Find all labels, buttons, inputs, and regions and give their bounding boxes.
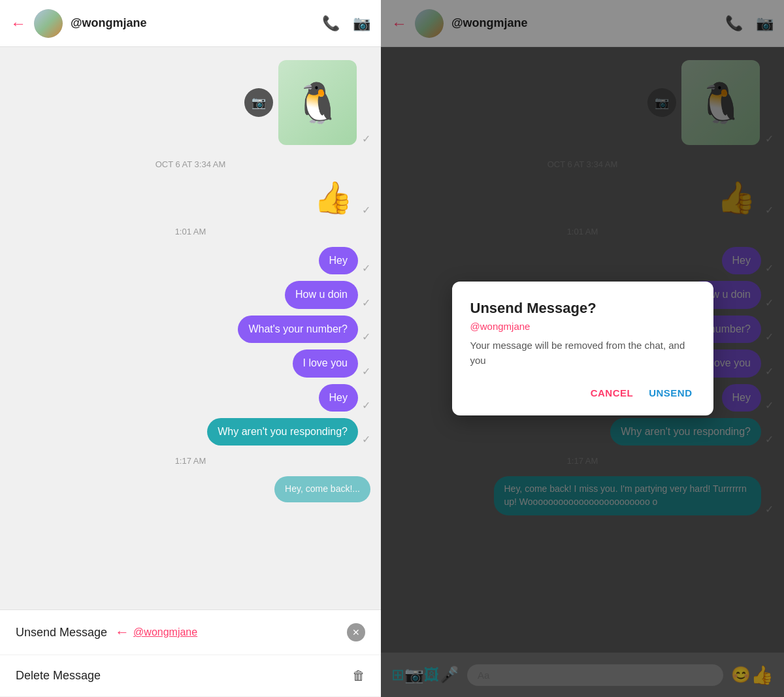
sticker-image: 🐧 <box>278 60 357 145</box>
username-arrow-group: ← @wongmjane <box>115 624 197 641</box>
back-button[interactable]: ← <box>10 14 26 33</box>
username-tag: @wongmjane <box>133 626 197 638</box>
like-emoji: 👍 <box>314 180 353 216</box>
bubble-partial: Hey, come back!... <box>274 476 370 502</box>
trash-icon: 🗑 <box>352 668 365 683</box>
delete-text: Delete Message <box>16 669 101 683</box>
cancel-button[interactable]: CANCEL <box>588 383 636 402</box>
msg-how[interactable]: How u doin ✓ <box>10 281 370 308</box>
unsend-button[interactable]: UNSEND <box>646 383 694 402</box>
like-row: 👍 ✓ <box>10 180 370 216</box>
read-check: ✓ <box>362 133 370 145</box>
left-chat-area: 📷 🐧 ✓ OCT 6 AT 3:34 AM 👍 ✓ 1:01 AM Hey ✓… <box>0 47 381 609</box>
modal-title: Unsend Message? <box>470 300 695 317</box>
msg-partial[interactable]: Hey, come back!... <box>10 476 370 502</box>
unsend-item[interactable]: Unsend Message ← @wongmjane ✕ <box>0 610 381 655</box>
timestamp-oct6: OCT 6 AT 3:34 AM <box>10 154 370 174</box>
modal-overlay: Unsend Message? @wongmjane Your message … <box>381 0 784 697</box>
msg-responding[interactable]: Why aren't you responding? ✓ <box>10 418 370 446</box>
modal-subtitle: @wongmjane <box>470 321 695 332</box>
msg-number[interactable]: What's your number? ✓ <box>10 316 370 343</box>
bubble-how: How u doin <box>285 281 358 308</box>
avatar <box>34 9 63 38</box>
bubble-hey2: Hey <box>319 384 358 412</box>
header-actions: 📞 📷 <box>322 15 370 32</box>
left-panel: ← @wongmjane 📞 📷 📷 🐧 ✓ OCT 6 AT 3:34 AM … <box>0 0 381 697</box>
msg-hey2[interactable]: Hey ✓ <box>10 384 370 412</box>
bubble-hey: Hey <box>319 247 358 274</box>
username-label: @wongmjane <box>71 16 314 30</box>
unsend-modal: Unsend Message? @wongmjane Your message … <box>452 282 713 415</box>
phone-icon[interactable]: 📞 <box>322 15 340 32</box>
right-panel: ← @wongmjane 📞 📷 📷 🐧 ✓ OCT 6 AT 3:34 AM … <box>381 0 784 697</box>
read-check-like: ✓ <box>362 204 370 216</box>
timestamp-117: 1:17 AM <box>10 451 370 471</box>
unsend-text: Unsend Message <box>16 626 107 640</box>
close-button[interactable]: ✕ <box>347 623 365 641</box>
left-header: ← @wongmjane 📞 📷 <box>0 0 381 47</box>
modal-actions: CANCEL UNSEND <box>470 383 695 402</box>
sticker-row: 📷 🐧 ✓ <box>10 55 370 150</box>
bubble-responding: Why aren't you responding? <box>207 418 358 446</box>
delete-item[interactable]: Delete Message 🗑 <box>0 655 381 697</box>
left-arrow-icon: ← <box>115 624 129 641</box>
video-icon[interactable]: 📷 <box>353 15 370 32</box>
modal-body: Your message will be removed from the ch… <box>470 338 695 368</box>
camera-badge: 📷 <box>244 88 273 117</box>
msg-love[interactable]: I love you ✓ <box>10 349 370 377</box>
timestamp-101: 1:01 AM <box>10 221 370 242</box>
unsend-left: Unsend Message ← @wongmjane <box>16 624 197 641</box>
bubble-love: I love you <box>293 349 358 377</box>
bottom-sheet: Unsend Message ← @wongmjane ✕ Delete Mes… <box>0 609 381 697</box>
bubble-number: What's your number? <box>238 316 358 343</box>
msg-hey[interactable]: Hey ✓ <box>10 247 370 274</box>
